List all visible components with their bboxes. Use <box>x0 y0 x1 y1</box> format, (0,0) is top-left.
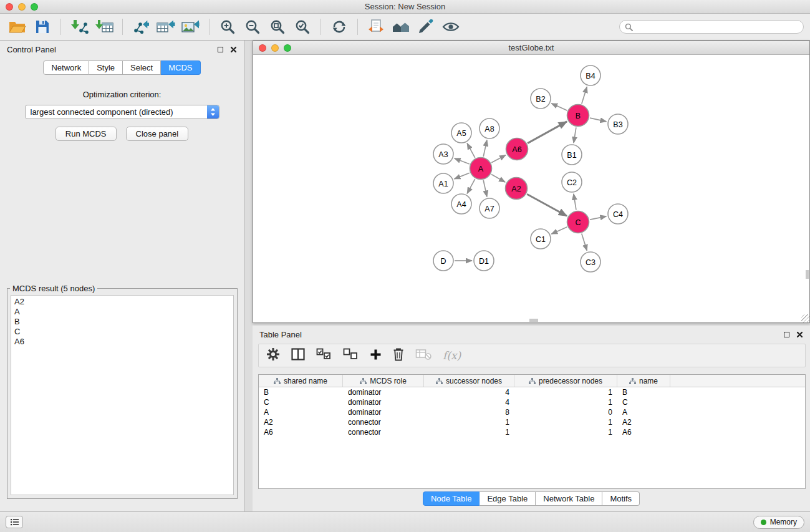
graph-node[interactable]: C2 <box>562 172 582 192</box>
float-panel-icon[interactable] <box>218 47 223 52</box>
open-session-button[interactable] <box>6 16 29 37</box>
mcds-result-item[interactable]: A <box>14 307 230 317</box>
graph-node[interactable]: C3 <box>581 252 600 272</box>
memory-button[interactable]: Memory <box>753 516 804 529</box>
graph-edge <box>467 179 475 193</box>
column-header[interactable]: name <box>617 375 670 387</box>
close-table-panel-icon[interactable] <box>796 331 803 338</box>
graph-node[interactable]: A3 <box>433 144 453 164</box>
zoom-out-button[interactable] <box>241 16 264 37</box>
mcds-result-item[interactable]: A6 <box>14 337 230 347</box>
table-cell: 1 <box>514 428 617 437</box>
create-column-button[interactable] <box>370 349 382 363</box>
tab-network[interactable]: Network <box>43 60 89 75</box>
tab-motifs[interactable]: Motifs <box>602 491 640 506</box>
graph-node[interactable]: B <box>567 105 589 127</box>
table-settings-button[interactable] <box>266 347 280 364</box>
table-cell: A2 <box>259 418 343 427</box>
unselect-all-columns-button[interactable] <box>343 348 359 363</box>
node-table-header: shared nameMCDS rolesuccessor nodesprede… <box>259 375 805 387</box>
close-network-window-button[interactable] <box>259 44 266 52</box>
delete-column-button[interactable] <box>393 347 404 364</box>
tab-network-table[interactable]: Network Table <box>536 491 602 506</box>
graph-node[interactable]: B2 <box>531 89 551 109</box>
graph-node[interactable]: A5 <box>451 123 471 143</box>
zoom-in-button[interactable] <box>216 16 239 37</box>
close-panel-button[interactable]: Close panel <box>126 127 189 141</box>
graph-node[interactable]: C4 <box>608 204 628 224</box>
apply-layout-button[interactable] <box>328 16 350 37</box>
show-graphics-details-button[interactable] <box>440 16 462 37</box>
minimize-network-window-button[interactable] <box>271 44 279 52</box>
task-history-button[interactable] <box>6 516 23 528</box>
mcds-result-item[interactable]: A2 <box>14 297 230 307</box>
tab-edge-table[interactable]: Edge Table <box>480 491 536 506</box>
network-overview-button[interactable] <box>390 16 412 37</box>
graph-node[interactable]: A6 <box>506 138 528 160</box>
tab-style[interactable]: Style <box>89 60 123 75</box>
table-row[interactable]: A2connector11A2 <box>259 417 805 427</box>
graph-node-label: A <box>478 165 484 173</box>
table-row[interactable]: Cdominator41C <box>259 397 805 407</box>
column-header[interactable]: shared name <box>259 375 343 387</box>
style-validation-button[interactable] <box>415 16 437 37</box>
document-transfer-button[interactable] <box>365 16 387 37</box>
homes-icon <box>392 19 410 34</box>
graph-edge <box>582 234 587 251</box>
table-row[interactable]: A6connector11A6 <box>259 427 805 437</box>
eye-icon <box>442 21 460 33</box>
graph-node-label: C <box>575 218 581 227</box>
graph-edge <box>574 127 576 143</box>
graph-node[interactable]: C <box>567 211 589 233</box>
column-header[interactable]: successor nodes <box>424 375 514 387</box>
graph-node[interactable]: D1 <box>474 251 494 271</box>
graph-node[interactable]: B1 <box>562 145 582 165</box>
select-all-columns-button[interactable] <box>316 348 332 363</box>
zoom-selected-button[interactable] <box>291 16 314 37</box>
zoom-fit-button[interactable] <box>266 16 289 37</box>
window-resize-grip[interactable] <box>801 314 809 322</box>
graph-node[interactable]: B3 <box>608 114 628 134</box>
float-table-panel-icon[interactable] <box>784 332 789 337</box>
tab-select[interactable]: Select <box>123 60 161 75</box>
show-column-button[interactable] <box>291 348 305 363</box>
open-folder-icon <box>9 20 26 34</box>
zoom-network-window-button[interactable] <box>284 44 291 52</box>
graph-node[interactable]: A4 <box>451 194 471 214</box>
network-window-controls <box>259 44 291 52</box>
table-row[interactable]: Adominator80A <box>259 407 805 417</box>
graph-node[interactable]: A7 <box>480 198 499 218</box>
import-network-button[interactable] <box>68 16 90 37</box>
import-table-icon <box>95 19 113 34</box>
import-table-button[interactable] <box>93 16 115 37</box>
tab-mcds[interactable]: MCDS <box>161 60 200 75</box>
export-network-button[interactable] <box>130 16 152 37</box>
zoom-window-button[interactable] <box>31 3 38 11</box>
mcds-result-item[interactable]: C <box>14 327 230 337</box>
run-mcds-button[interactable]: Run MCDS <box>55 127 117 141</box>
network-canvas[interactable]: B4B2BB3A5A8A6B1A3AC2A1A2A4A7C4CC1C3DD1 <box>253 55 809 322</box>
table-row[interactable]: Bdominator41B <box>259 387 805 397</box>
graph-node-label: A7 <box>485 205 494 213</box>
column-header[interactable]: MCDS role <box>343 375 424 387</box>
minimize-window-button[interactable] <box>18 3 26 11</box>
graph-node[interactable]: A8 <box>480 118 499 138</box>
optimization-criterion-select[interactable]: largest connected component (directed) <box>25 105 219 119</box>
export-image-button[interactable] <box>180 16 202 37</box>
export-table-button[interactable] <box>155 16 177 37</box>
graph-node[interactable]: D <box>433 251 453 271</box>
column-header[interactable]: predecessor nodes <box>514 375 617 387</box>
toolbar-search <box>619 20 804 34</box>
graph-node[interactable]: A1 <box>433 173 453 193</box>
graph-node[interactable]: C1 <box>531 229 551 249</box>
mcds-result-item[interactable]: B <box>14 317 230 327</box>
tab-node-table[interactable]: Node Table <box>423 491 480 506</box>
graph-node[interactable]: A2 <box>506 178 528 200</box>
save-session-button[interactable] <box>31 16 54 37</box>
graph-node[interactable]: A <box>470 158 492 180</box>
close-panel-icon[interactable] <box>230 46 237 53</box>
graph-edge <box>483 180 487 196</box>
graph-node[interactable]: B4 <box>581 65 600 85</box>
search-input[interactable] <box>636 22 798 31</box>
close-window-button[interactable] <box>6 3 13 11</box>
